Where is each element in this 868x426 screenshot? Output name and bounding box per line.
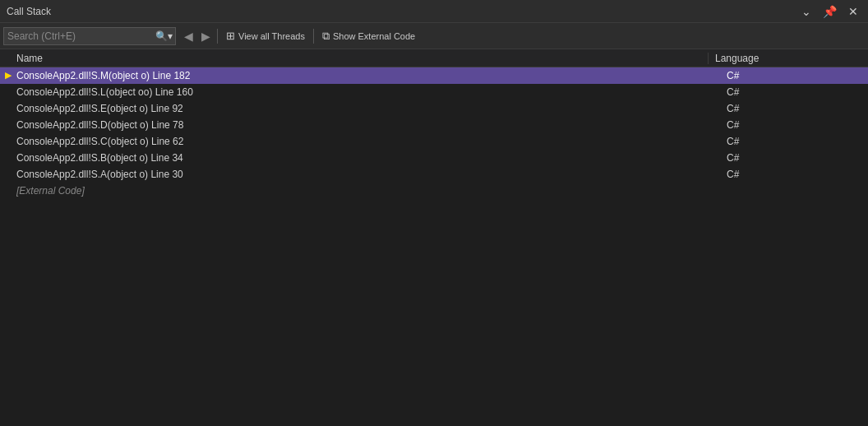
row-name: ConsoleApp2.dll!S.B(object o) Line 34 bbox=[16, 152, 720, 164]
close-button[interactable]: ✕ bbox=[845, 4, 861, 19]
row-language: C# bbox=[720, 169, 868, 180]
show-external-code-button[interactable]: ⧉ Show External Code bbox=[317, 26, 420, 46]
row-language: C# bbox=[720, 103, 868, 114]
toolbar-separator-1 bbox=[217, 29, 218, 44]
table-row[interactable]: ConsoleApp2.dll!S.E(object o) Line 92C# bbox=[0, 100, 868, 117]
row-indicator: ▶ bbox=[0, 70, 16, 81]
row-language: C# bbox=[720, 86, 868, 98]
search-input[interactable] bbox=[4, 28, 153, 44]
table-row[interactable]: ConsoleApp2.dll!S.L(object oo) Line 160C… bbox=[0, 84, 868, 100]
call-stack-table: ▶ConsoleApp2.dll!S.M(object o) Line 182C… bbox=[0, 67, 868, 426]
view-all-threads-label: View all Threads bbox=[238, 31, 305, 41]
table-row[interactable]: ConsoleApp2.dll!S.B(object o) Line 34C# bbox=[0, 150, 868, 166]
row-name: [External Code] bbox=[16, 185, 720, 197]
collapse-button[interactable]: ⌄ bbox=[798, 4, 815, 19]
pin-button[interactable]: 📌 bbox=[820, 4, 840, 19]
table-row[interactable]: ConsoleApp2.dll!S.A(object o) Line 30C# bbox=[0, 166, 868, 183]
row-language: C# bbox=[720, 119, 868, 131]
toolbar-separator-2 bbox=[313, 29, 314, 44]
external-code-icon: ⧉ bbox=[322, 30, 330, 43]
show-external-code-label: Show External Code bbox=[333, 31, 415, 41]
row-name: ConsoleApp2.dll!S.E(object o) Line 92 bbox=[16, 103, 720, 114]
row-language: C# bbox=[720, 70, 868, 81]
row-name: ConsoleApp2.dll!S.D(object o) Line 78 bbox=[16, 119, 720, 131]
row-language: C# bbox=[720, 152, 868, 164]
column-header-name: Name bbox=[0, 53, 709, 64]
title-bar: Call Stack ⌄ 📌 ✕ bbox=[0, 0, 868, 23]
back-button[interactable]: ◀ bbox=[181, 26, 196, 46]
title-bar-left: Call Stack bbox=[7, 6, 51, 17]
table-row[interactable]: ▶ConsoleApp2.dll!S.M(object o) Line 182C… bbox=[0, 67, 868, 84]
toolbar: 🔍▾ ◀ ▶ ⊞ View all Threads ⧉ Show Externa… bbox=[0, 23, 868, 49]
row-name: ConsoleApp2.dll!S.C(object o) Line 62 bbox=[16, 136, 720, 147]
window-title: Call Stack bbox=[7, 6, 51, 17]
row-name: ConsoleApp2.dll!S.M(object o) Line 182 bbox=[16, 70, 720, 81]
view-all-threads-button[interactable]: ⊞ View all Threads bbox=[221, 26, 310, 46]
main-content: Name Language ▶ConsoleApp2.dll!S.M(objec… bbox=[0, 49, 868, 426]
title-bar-right: ⌄ 📌 ✕ bbox=[798, 4, 861, 19]
table-row[interactable]: [External Code] bbox=[0, 183, 868, 199]
table-row[interactable]: ConsoleApp2.dll!S.C(object o) Line 62C# bbox=[0, 133, 868, 150]
row-name: ConsoleApp2.dll!S.L(object oo) Line 160 bbox=[16, 86, 720, 98]
table-row[interactable]: ConsoleApp2.dll!S.D(object o) Line 78C# bbox=[0, 117, 868, 133]
search-dropdown-button[interactable]: 🔍▾ bbox=[153, 30, 175, 42]
column-header-language: Language bbox=[709, 53, 856, 64]
row-language: C# bbox=[720, 136, 868, 147]
row-name: ConsoleApp2.dll!S.A(object o) Line 30 bbox=[16, 169, 720, 180]
search-container: 🔍▾ bbox=[3, 27, 176, 45]
table-header: Name Language bbox=[0, 49, 868, 67]
forward-button[interactable]: ▶ bbox=[198, 26, 214, 46]
threads-icon: ⊞ bbox=[226, 30, 235, 42]
